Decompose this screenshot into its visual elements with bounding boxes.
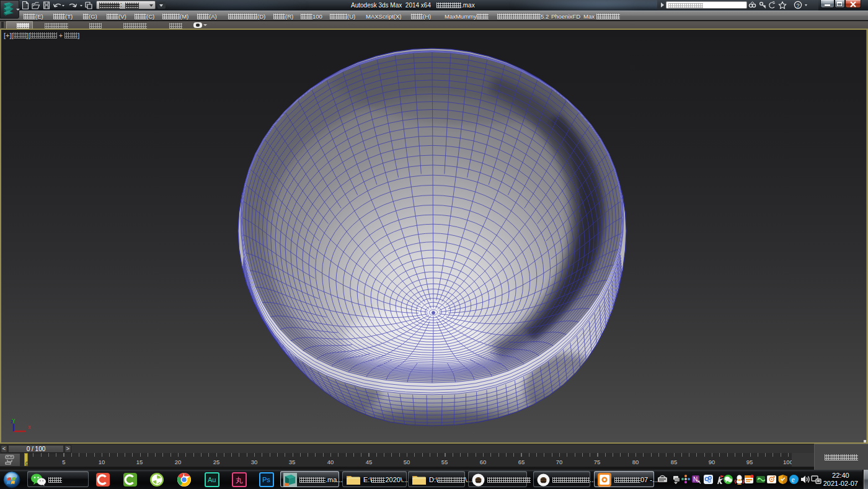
svg-text:Au: Au: [208, 476, 216, 483]
svg-text:?: ?: [797, 2, 800, 9]
svg-text:x: x: [28, 424, 31, 430]
svg-text:N: N: [693, 476, 698, 483]
svg-text:Ps: Ps: [262, 476, 270, 483]
svg-text:e: e: [792, 475, 795, 484]
svg-text:丸: 丸: [236, 476, 243, 485]
svg-text:z: z: [11, 418, 14, 424]
